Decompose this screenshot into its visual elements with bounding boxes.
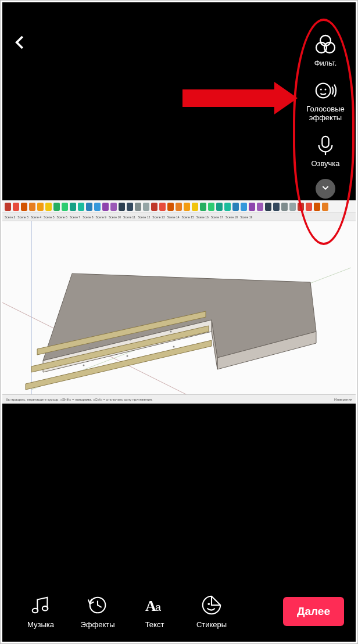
toolbar-button [273,203,280,211]
toolbar-button [29,203,35,211]
effects-button[interactable]: Эффекты [71,593,124,629]
toolbar-button [151,203,157,211]
svg-point-19 [130,339,131,341]
text-label: Текст [145,620,164,629]
scene-tab: Scene 12 [138,215,150,219]
scene-tab: Scene 13 [152,215,164,219]
svg-point-22 [127,355,128,357]
filters-button[interactable]: Фильт. [313,33,338,68]
svg-point-3 [316,84,331,98]
toolbar-button [200,203,206,211]
svg-text:a: a [155,602,162,613]
video-editor-screen: Фильт. Голосовые эффекты [2,2,356,642]
chevron-down-icon [321,183,330,195]
toolbar-button [62,203,68,211]
toolbar-button [53,203,60,211]
toolbar-button [192,203,198,211]
scene-tab: Scene 18 [225,215,238,219]
sketchup-statusbar: бы вращать, перетащите курсор. «Shift» =… [2,394,356,404]
status-left: бы вращать, перетащите курсор. «Shift» =… [6,398,153,401]
toolbar-button [281,203,288,211]
toolbar-button [249,203,255,211]
filters-icon [313,33,338,57]
svg-point-20 [170,331,172,333]
svg-point-18 [89,347,91,349]
svg-point-23 [173,346,175,348]
scene-tab: Scene 3 [17,215,28,219]
scene-tab: Scene 7 [70,215,80,219]
scene-tab: Scene 19 [240,215,252,219]
toolbar-button [5,203,11,211]
svg-rect-6 [322,136,328,147]
toolbar-button [289,203,296,211]
toolbar-button [216,203,223,211]
toolbar-button [167,203,174,211]
toolbar-button [110,203,117,211]
toolbar-button [184,203,190,211]
toolbar-button [21,203,27,211]
toolbar-button [37,203,44,211]
scene-tab: Scene 16 [196,215,209,219]
toolbar-button [298,203,304,211]
next-button[interactable]: Далее [283,597,344,626]
effects-label: Эффекты [80,620,114,629]
clock-icon [86,593,109,617]
expand-button[interactable] [316,179,335,199]
toolbar-button [135,203,141,211]
voice-effects-button[interactable]: Голосовые эффекты [296,78,355,123]
music-icon [29,593,52,617]
toolbar-button [86,203,92,211]
toolbar-button [224,203,231,211]
scene-tab: Scene 14 [167,215,179,219]
right-sidebar: Фильт. Голосовые эффекты [296,33,355,199]
back-button[interactable] [12,34,29,53]
scene-tab: Scene 4 [31,215,41,219]
toolbar-button [232,203,239,211]
toolbar-button [13,203,19,211]
scene-tab: Scene 11 [123,215,135,219]
toolbar-button [306,203,312,211]
voice-effects-label: Голосовые эффекты [296,105,355,123]
voice-effects-icon [313,78,338,103]
svg-point-4 [320,89,322,91]
status-right: Измерения [334,398,352,401]
toolbar-button [70,203,76,211]
toolbar-button [208,203,214,211]
toolbar-button [78,203,84,211]
toolbar-button [314,203,320,211]
stickers-button[interactable]: Стикеры [185,593,238,629]
voiceover-button[interactable]: Озвучка [311,133,339,168]
toolbar-button [257,203,263,211]
sketchup-viewport [2,221,356,394]
scene-tab: Scene 8 [83,215,93,219]
toolbar-button [176,203,182,211]
sticker-icon [200,593,223,617]
toolbar-button [265,203,271,211]
annotation-arrow [182,89,275,107]
toolbar-button [102,203,109,211]
text-button[interactable]: A a Текст [128,593,181,629]
toolbar-button [322,203,328,211]
filters-label: Фильт. [314,59,337,68]
svg-point-21 [83,365,85,366]
scene-tab: Scene 17 [211,215,223,219]
scene-tab: Scene 9 [96,215,106,219]
toolbar-button [143,203,149,211]
toolbar-button [45,203,52,211]
svg-point-5 [324,89,326,91]
scene-tab: Scene 5 [44,215,54,219]
music-button[interactable]: Музыка [14,593,67,629]
text-icon: A a [143,593,166,617]
music-label: Музыка [27,620,54,629]
next-label: Далее [297,605,330,617]
scene-tab: Scene 10 [109,215,121,219]
stickers-label: Стикеры [196,620,227,629]
voiceover-label: Озвучка [311,160,339,168]
sketchup-toolbar [2,200,356,213]
toolbar-button [119,203,125,211]
toolbar-button [159,203,166,211]
scene-tabs: Scene 2Scene 3Scene 4Scene 5Scene 6Scene… [2,213,356,221]
video-preview: Scene 2Scene 3Scene 4Scene 5Scene 6Scene… [2,200,356,404]
svg-point-29 [207,603,210,605]
bottom-toolbar: Музыка Эффекты A a [2,593,356,629]
